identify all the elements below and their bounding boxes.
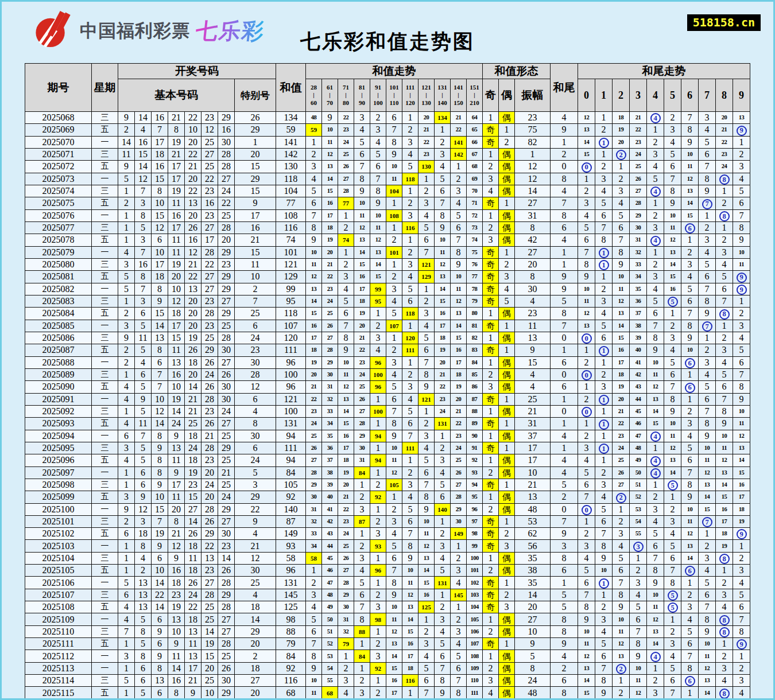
cell-week: 三 [92, 515, 118, 527]
cell-basic-number: 3 [135, 197, 152, 209]
cell-tail-trend: 20 [613, 393, 630, 405]
cell-sum-trend: 118 [402, 173, 418, 185]
cell-tail-value: 1 [551, 258, 578, 270]
cell-sum-trend: 69 [467, 173, 483, 185]
cell-basic-number: 17 [152, 136, 168, 148]
cell-tail-trend: 14 [733, 454, 750, 466]
cell-sum-trend: 4 [435, 466, 451, 479]
cell-tail-trend: 10 [613, 613, 630, 625]
cell-tail-trend: 3 [716, 344, 733, 356]
cell-sum-trend: 10 [386, 442, 402, 454]
circled-tail-digit: 6 [685, 358, 695, 368]
cell-basic-number: 5 [135, 344, 152, 356]
cell-sum-trend: 1 [370, 552, 386, 564]
cell-week: 一 [92, 246, 118, 258]
cell-basic-number: 24 [168, 418, 185, 430]
cell-basic-number: 5 [135, 405, 152, 417]
cell-special-number: 6 [235, 320, 276, 332]
cell-tail-trend: 6 [699, 271, 716, 283]
cell-basic-number: 25 [218, 479, 235, 491]
cell-sum-value: 99 [276, 283, 306, 295]
cell-basic-number: 23 [218, 258, 235, 270]
cell-tail-trend: 1 [630, 552, 647, 564]
cell-basic-number: 13 [185, 283, 202, 295]
cell-sum-trend: 10 [435, 234, 451, 246]
col-header-range-141-150: 141|150 [451, 79, 467, 112]
cell-tail-trend: 3 [716, 589, 733, 601]
cell-period: 2025111 [25, 638, 92, 650]
cell-tail-trend: 4 [664, 136, 681, 148]
cell-tail-trend: 35 [630, 283, 647, 295]
cell-special-number: 4 [235, 405, 276, 417]
cell-odd: 奇 [483, 124, 499, 136]
cell-odd: 2 [483, 662, 499, 674]
cell-basic-number: 14 [168, 405, 185, 417]
cell-basic-number: 29 [218, 271, 235, 283]
cell-sum-trend: 3 [370, 528, 386, 540]
cell-sum-trend: 11 [418, 528, 435, 540]
cell-tail-value: 6 [551, 675, 578, 687]
cell-sum-trend: 3 [354, 503, 370, 515]
cell-basic-number: 11 [168, 491, 185, 503]
cell-tail-trend: 11 [578, 638, 595, 650]
cell-sum-trend: 7 [386, 565, 402, 577]
cell-sum-trend: 100 [370, 368, 386, 380]
table-row: 2025096五45811182325249427371831941115325… [25, 454, 750, 466]
cell-even: 1 [499, 393, 515, 405]
cell-sum-trend: 1 [370, 503, 386, 515]
cell-sum-trend: 15 [354, 258, 370, 270]
cell-amplitude: 9 [515, 344, 551, 356]
table-row: 2025101三2378142627987324223872361013097奇… [25, 515, 750, 527]
cell-tail-trend: 6 [699, 148, 716, 160]
cell-basic-number: 9 [168, 552, 185, 564]
cell-basic-number: 26 [218, 565, 235, 577]
cell-even: 偶 [499, 552, 515, 564]
cell-tail-trend: 4 [681, 613, 699, 625]
cell-tail-trend: 6 [733, 197, 750, 209]
cell-basic-number: 6 [118, 589, 135, 601]
cell-sum-trend: 6 [354, 589, 370, 601]
cell-tail-trend: 13 [613, 650, 630, 662]
cell-even: 偶 [499, 161, 515, 173]
cell-sum-trend: 1 [386, 221, 402, 234]
cell-basic-number: 8 [135, 650, 152, 662]
cell-basic-number: 18 [152, 148, 168, 160]
cell-sum-trend: 2 [402, 368, 418, 380]
cell-tail-trend: 7 [699, 405, 716, 417]
cell-tail-trend: 1 [733, 650, 750, 662]
cell-tail-trend-hit: 0 [578, 161, 595, 173]
cell-tail-trend: 14 [681, 552, 699, 564]
cell-basic-number: 21 [168, 148, 185, 160]
cell-sum-trend: 105 [386, 479, 402, 491]
circled-tail-digit: 9 [737, 285, 747, 295]
cell-sum-trend: 1 [370, 393, 386, 405]
cell-sum-trend: 4 [354, 124, 370, 136]
cell-basic-number: 3 [118, 491, 135, 503]
cell-tail-value: 5 [551, 601, 578, 613]
cell-basic-number: 18 [185, 565, 202, 577]
cell-week: 五 [92, 528, 118, 540]
cell-basic-number: 16 [202, 197, 218, 209]
cell-sum-trend: 2 [370, 687, 386, 699]
cell-tail-trend: 11 [664, 221, 681, 234]
cell-sum-trend: 25 [354, 381, 370, 393]
cell-amplitude: 8 [515, 662, 551, 674]
cell-basic-number: 11 [135, 418, 152, 430]
cell-basic-number: 14 [218, 552, 235, 564]
cell-basic-number: 17 [202, 234, 218, 246]
cell-sum-trend: 4 [418, 209, 435, 221]
cell-sum-trend: 1 [451, 161, 467, 173]
cell-week: 三 [92, 221, 118, 234]
cell-tail-trend: 12 [647, 613, 664, 625]
cell-period: 2025095 [25, 442, 92, 454]
cell-sum-value: 130 [276, 161, 306, 173]
cell-even: 偶 [499, 675, 515, 687]
table-row: 2025095三35913242829611126361730110111422… [25, 442, 750, 454]
cell-tail-trend: 13 [578, 662, 595, 674]
cell-tail-value: 1 [551, 393, 578, 405]
cell-sum-trend: 23 [435, 393, 451, 405]
cell-sum-trend: 3 [338, 675, 354, 687]
cell-sum-trend: 14 [418, 565, 435, 577]
circled-tail-digit: 8 [719, 615, 730, 625]
cell-tail-trend: 8 [613, 589, 630, 601]
